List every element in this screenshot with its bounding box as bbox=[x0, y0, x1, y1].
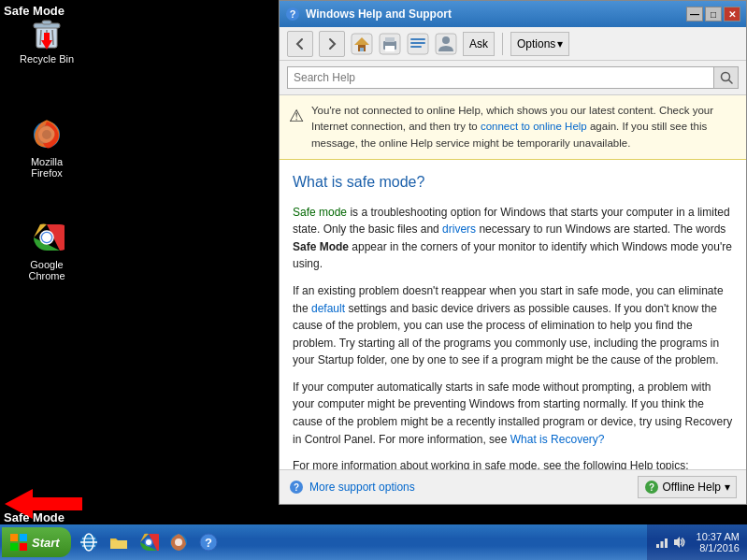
tray-icons bbox=[654, 535, 687, 550]
system-tray: 10:37 AM 8/1/2016 bbox=[647, 524, 747, 560]
taskbar-folder-icon[interactable] bbox=[105, 528, 133, 556]
svg-rect-39 bbox=[20, 543, 27, 551]
svg-rect-37 bbox=[20, 534, 27, 541]
svg-rect-19 bbox=[360, 48, 364, 51]
recycle-bin-icon-img bbox=[28, 13, 65, 50]
chrome-icon-img bbox=[28, 219, 65, 256]
print-button[interactable] bbox=[379, 33, 401, 55]
desktop-icon-recycle-bin[interactable]: Recycle Bin bbox=[13, 9, 80, 68]
home-icon bbox=[351, 33, 373, 55]
ask-icon-img bbox=[435, 33, 457, 55]
chrome-taskbar-icon bbox=[138, 532, 159, 553]
svg-point-46 bbox=[146, 539, 151, 545]
drivers-link[interactable]: drivers bbox=[442, 223, 476, 236]
offline-notice-text: You're not connected to online Help, whi… bbox=[311, 103, 737, 151]
svg-rect-53 bbox=[665, 538, 668, 548]
svg-line-5 bbox=[52, 30, 53, 45]
svg-rect-27 bbox=[410, 46, 422, 48]
article-para1: Safe mode is a troubleshooting option fo… bbox=[293, 204, 733, 273]
offline-help-button[interactable]: ? Offline Help ▾ bbox=[638, 476, 737, 498]
recovery-link[interactable]: What is Recovery? bbox=[510, 433, 605, 446]
firefox-icon-img bbox=[28, 116, 65, 153]
default-link[interactable]: default bbox=[311, 302, 345, 315]
search-input[interactable] bbox=[287, 66, 714, 89]
recycle-bin-label: Recycle Bin bbox=[20, 53, 74, 65]
browse-help-button[interactable] bbox=[407, 33, 429, 55]
taskbar-help-icon[interactable]: ? bbox=[194, 528, 223, 556]
svg-point-12 bbox=[42, 233, 51, 242]
desktop: Safe Mode Safe Mode Recycle Bin bbox=[0, 0, 747, 560]
safe-mode-label-bl: Safe Mode bbox=[4, 510, 65, 524]
print-icon bbox=[379, 33, 401, 55]
search-bar bbox=[280, 61, 746, 95]
warning-icon: ⚠ bbox=[289, 104, 304, 151]
svg-marker-54 bbox=[674, 537, 680, 548]
connect-online-link[interactable]: connect to online Help bbox=[481, 121, 587, 132]
svg-rect-23 bbox=[385, 46, 395, 51]
svg-text:?: ? bbox=[648, 482, 654, 493]
svg-rect-36 bbox=[10, 534, 18, 541]
desktop-icon-firefox[interactable]: Mozilla Firefox bbox=[13, 112, 80, 182]
close-button[interactable]: ✕ bbox=[724, 7, 740, 22]
help-titlebar: ? Windows Help and Support — □ ✕ bbox=[280, 1, 746, 27]
svg-rect-22 bbox=[385, 37, 395, 42]
taskbar-chrome-icon[interactable] bbox=[135, 528, 163, 556]
svg-rect-51 bbox=[656, 544, 659, 548]
safe-mode-link[interactable]: Safe mode bbox=[293, 206, 347, 219]
support-icon: ? bbox=[289, 480, 304, 495]
windows-logo-icon bbox=[9, 533, 28, 552]
ask-person-icon bbox=[435, 33, 457, 55]
toolbar-separator bbox=[502, 33, 503, 55]
article-heading: What is safe mode? bbox=[293, 171, 733, 194]
svg-rect-2 bbox=[42, 21, 51, 24]
taskbar-firefox-icon[interactable] bbox=[165, 528, 193, 556]
svg-text:?: ? bbox=[294, 482, 299, 493]
article-body: What is safe mode? Safe mode is a troubl… bbox=[280, 160, 746, 469]
svg-point-48 bbox=[175, 538, 182, 546]
svg-point-29 bbox=[442, 36, 450, 44]
titlebar-buttons: — □ ✕ bbox=[686, 7, 740, 22]
article-para3: If your computer automatically starts in… bbox=[293, 379, 733, 448]
desktop-icon-chrome[interactable]: Google Chrome bbox=[13, 215, 80, 285]
taskbar-ie-icon[interactable] bbox=[75, 528, 103, 556]
browse-help-icon bbox=[407, 33, 429, 55]
search-go-button[interactable] bbox=[714, 66, 739, 89]
help-window: ? Windows Help and Support — □ ✕ bbox=[279, 0, 747, 505]
back-button[interactable] bbox=[287, 31, 313, 57]
titlebar-left: ? Windows Help and Support bbox=[285, 7, 452, 22]
chrome-svg bbox=[29, 220, 65, 255]
forward-button[interactable] bbox=[319, 31, 345, 57]
help-taskbar-icon: ? bbox=[198, 532, 219, 553]
help-window-title: Windows Help and Support bbox=[306, 7, 452, 21]
help-content[interactable]: ⚠ You're not connected to online Help, w… bbox=[280, 95, 746, 469]
article-para2: If an existing problem doesn't reappear … bbox=[293, 282, 733, 369]
options-button[interactable]: Options ▾ bbox=[510, 32, 569, 56]
svg-rect-38 bbox=[10, 543, 18, 551]
back-icon bbox=[293, 36, 308, 51]
system-clock[interactable]: 10:37 AM 8/1/2016 bbox=[691, 531, 740, 553]
home-button[interactable] bbox=[351, 33, 373, 55]
maximize-button[interactable]: □ bbox=[705, 7, 722, 22]
svg-text:?: ? bbox=[290, 8, 296, 20]
svg-rect-52 bbox=[660, 541, 663, 548]
svg-rect-26 bbox=[410, 42, 425, 44]
taskbar: Start bbox=[0, 524, 747, 560]
help-window-icon: ? bbox=[285, 7, 300, 22]
help-footer: ? More support options ? Offline Help ▾ bbox=[280, 469, 746, 504]
network-tray-icon[interactable] bbox=[654, 535, 669, 550]
firefox-svg bbox=[29, 117, 65, 152]
chrome-label: Google Chrome bbox=[17, 259, 77, 281]
more-support-link[interactable]: ? More support options bbox=[289, 480, 415, 495]
clock-date: 8/1/2016 bbox=[699, 542, 740, 553]
svg-rect-7 bbox=[44, 33, 50, 42]
minimize-button[interactable]: — bbox=[686, 7, 703, 22]
article-para4: For more information about working in sa… bbox=[293, 457, 733, 469]
volume-tray-icon[interactable] bbox=[672, 535, 687, 550]
forward-icon bbox=[324, 36, 339, 51]
ask-button[interactable]: Ask bbox=[463, 32, 495, 56]
clock-time: 10:37 AM bbox=[697, 531, 740, 542]
svg-line-31 bbox=[728, 80, 732, 84]
svg-rect-25 bbox=[410, 38, 425, 40]
folder-icon bbox=[108, 532, 129, 553]
start-button[interactable]: Start bbox=[2, 527, 71, 557]
